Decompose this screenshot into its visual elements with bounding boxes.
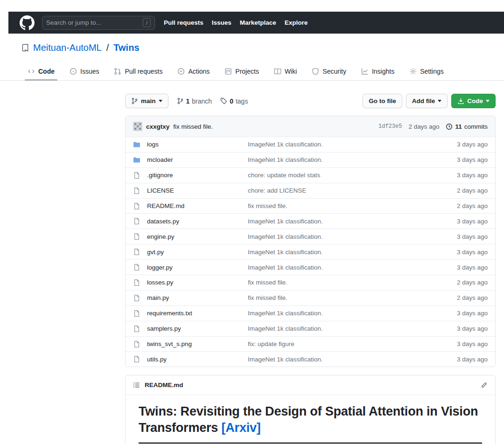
file-name-link[interactable]: gvt.py	[147, 249, 248, 256]
gear-icon	[409, 68, 417, 75]
file-row-gvt-py[interactable]: gvt.pyImageNet 1k classification.3 days …	[126, 244, 495, 259]
arxiv-link[interactable]: [Arxiv]	[222, 421, 261, 435]
file-row-license[interactable]: LICENSEchore: add LICENSE2 days ago	[126, 183, 495, 198]
file-icon	[133, 202, 140, 210]
file-row-gitignore[interactable]: .gitignorechore: update model stats3 day…	[126, 167, 495, 183]
file-row-mcloader[interactable]: mcloaderImageNet 1k classification.3 day…	[126, 152, 495, 167]
branch-icon	[177, 97, 184, 104]
file-name-link[interactable]: losses.py	[147, 279, 248, 286]
file-commit-message[interactable]: ImageNet 1k classification.	[248, 233, 436, 240]
tab-insights[interactable]: Insights	[355, 62, 400, 80]
branch-selector-button[interactable]: main	[125, 94, 168, 108]
code-button[interactable]: Code	[451, 94, 496, 108]
commit-author-avatar[interactable]	[133, 122, 142, 131]
file-row-logs[interactable]: logsImageNet 1k classification.3 days ag…	[126, 137, 495, 152]
file-commit-time: 3 days ago	[436, 249, 488, 256]
pencil-icon[interactable]	[481, 382, 488, 388]
file-row-utils-py[interactable]: utils.pyImageNet 1k classification.3 day…	[126, 351, 495, 367]
file-row-twins-svt-s-png[interactable]: twins_svt_s.pngfix: update figure3 days …	[126, 336, 495, 352]
file-name-link[interactable]: twins_svt_s.png	[147, 340, 248, 347]
tab-actions[interactable]: Actions	[171, 62, 216, 80]
nav-item-issues[interactable]: Issues	[212, 19, 231, 26]
file-name-link[interactable]: README.md	[147, 202, 248, 209]
tab-label: Projects	[235, 68, 259, 75]
file-commit-message[interactable]: chore: add LICENSE	[248, 187, 436, 194]
file-commit-message[interactable]: ImageNet 1k classification.	[248, 249, 436, 256]
file-commit-time: 3 days ago	[436, 218, 488, 225]
repo-name-link[interactable]: Twins	[113, 42, 139, 53]
file-commit-time: 2 days ago	[436, 187, 488, 194]
file-row-losses-py[interactable]: losses.pyfix missed file.2 days ago	[126, 275, 495, 290]
file-name-link[interactable]: samplers.py	[147, 325, 248, 332]
tab-settings[interactable]: Settings	[403, 62, 450, 80]
book-icon	[274, 68, 281, 75]
file-row-datasets-py[interactable]: datasets.pyImageNet 1k classification.3 …	[126, 213, 495, 229]
tab-label: Pull requests	[125, 68, 162, 75]
file-commit-message[interactable]: ImageNet 1k classification.	[248, 356, 436, 363]
add-file-button[interactable]: Add file	[406, 94, 448, 108]
commits-history-link[interactable]: 11 commits	[446, 123, 488, 130]
tab-projects[interactable]: Projects	[218, 62, 265, 80]
count-label: tags	[236, 97, 248, 105]
file-name-link[interactable]: main.py	[147, 294, 248, 301]
file-commit-message[interactable]: ImageNet 1k classification.	[248, 156, 436, 163]
file-name-link[interactable]: logs	[147, 141, 248, 148]
file-row-readme-md[interactable]: README.mdfix missed file.2 days ago	[126, 198, 495, 214]
global-nav: Pull requestsIssuesMarketplaceExplore	[164, 19, 308, 26]
branch-bar: main 1branch0tags Go to file Add file Co…	[125, 94, 496, 108]
nav-item-marketplace[interactable]: Marketplace	[240, 19, 276, 26]
tab-label: Settings	[420, 68, 444, 75]
file-name-link[interactable]: LICENSE	[147, 187, 248, 194]
file-name-link[interactable]: logger.py	[147, 264, 248, 271]
breadcrumb-separator: /	[106, 42, 109, 53]
tab-code[interactable]: Code	[21, 62, 61, 80]
file-commit-message[interactable]: ImageNet 1k classification.	[248, 141, 436, 148]
latest-commit-bar: cxxgtxy fix missed file. 1df23e5 2 days …	[126, 116, 495, 137]
file-commit-message[interactable]: fix: update figure	[248, 340, 436, 347]
file-commit-message[interactable]: ImageNet 1k classification.	[248, 325, 436, 332]
branch-bar-actions: Go to file Add file Code	[363, 94, 496, 108]
file-name-link[interactable]: mcloader	[147, 156, 248, 163]
shield-icon	[312, 68, 319, 75]
commit-hash-link[interactable]: 1df23e5	[378, 123, 402, 130]
file-icon	[133, 340, 140, 348]
tab-pull-requests[interactable]: Pull requests	[108, 62, 168, 80]
tab-wiki[interactable]: Wiki	[268, 62, 303, 80]
file-name-link[interactable]: engine.py	[147, 233, 248, 240]
file-row-engine-py[interactable]: engine.pyImageNet 1k classification.3 da…	[126, 229, 495, 244]
file-row-samplers-py[interactable]: samplers.pyImageNet 1k classification.3 …	[126, 321, 495, 336]
file-name-link[interactable]: datasets.py	[147, 218, 248, 225]
file-name-link[interactable]: requirements.txt	[147, 310, 248, 317]
file-icon	[133, 233, 140, 240]
file-commit-message[interactable]: ImageNet 1k classification.	[248, 310, 436, 317]
file-commit-message[interactable]: fix missed file.	[248, 202, 436, 209]
file-name-link[interactable]: .gitignore	[147, 172, 248, 179]
file-row-requirements-txt[interactable]: requirements.txtImageNet 1k classificati…	[126, 305, 495, 321]
file-name-link[interactable]: utils.py	[147, 356, 248, 363]
file-commit-message[interactable]: fix missed file.	[248, 294, 436, 301]
tab-label: Security	[322, 68, 346, 75]
file-commit-message[interactable]: fix missed file.	[248, 279, 436, 286]
file-commit-message[interactable]: ImageNet 1k classification.	[248, 264, 436, 271]
commit-author[interactable]: cxxgtxy	[146, 123, 169, 130]
github-logo-icon[interactable]	[20, 15, 35, 30]
nav-item-explore[interactable]: Explore	[285, 19, 308, 26]
file-commit-message[interactable]: chore: update model stats	[248, 172, 436, 179]
tags-count[interactable]: 0tags	[220, 97, 248, 105]
branch-count[interactable]: 1branch	[177, 97, 212, 105]
history-clock-icon	[446, 123, 453, 130]
pull-request-icon	[114, 68, 121, 75]
tab-security[interactable]: Security	[306, 62, 352, 80]
file-row-main-py[interactable]: main.pyfix missed file.2 days ago	[126, 290, 495, 305]
file-commit-time: 2 days ago	[436, 294, 488, 301]
go-to-file-button[interactable]: Go to file	[363, 94, 402, 108]
file-commit-message[interactable]: ImageNet 1k classification.	[248, 218, 436, 225]
nav-item-pull-requests[interactable]: Pull requests	[164, 19, 203, 26]
commit-message[interactable]: fix missed file.	[173, 123, 213, 130]
tab-issues[interactable]: Issues	[63, 62, 105, 80]
commits-label: commits	[464, 123, 488, 130]
repo-owner-link[interactable]: Meituan-AutoML	[33, 42, 102, 53]
search-input[interactable]: Search or jump to... /	[42, 16, 155, 30]
file-commit-time: 3 days ago	[436, 156, 488, 163]
file-row-logger-py[interactable]: logger.pyImageNet 1k classification.3 da…	[126, 259, 495, 275]
